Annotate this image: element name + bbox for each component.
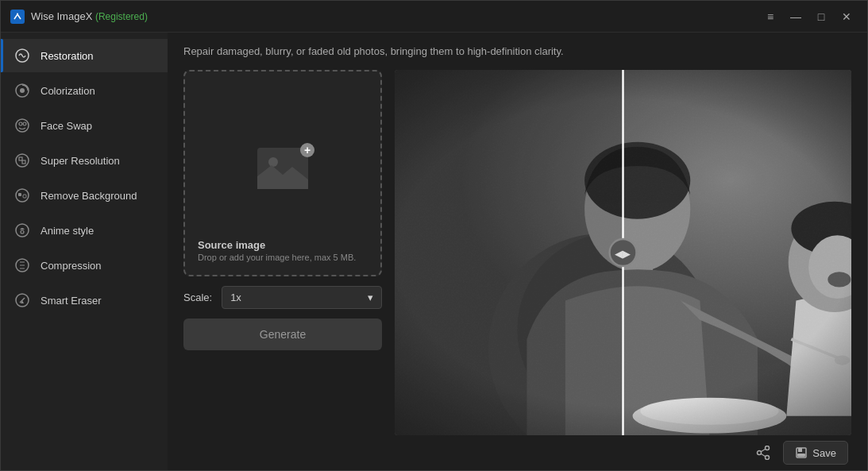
sidebar-label-remove-background: Remove Background <box>41 190 137 202</box>
title-bar-left: Wise ImageX (Registered) <box>10 10 148 24</box>
sidebar-item-super-resolution[interactable]: Super Resolution <box>1 144 168 177</box>
svg-point-42 <box>766 446 770 450</box>
sidebar-item-smart-eraser[interactable]: Smart Eraser <box>1 284 168 317</box>
save-icon <box>795 446 808 459</box>
scale-row: Scale: 1x ▾ <box>183 286 382 309</box>
svg-line-45 <box>762 449 766 452</box>
svg-point-15 <box>21 230 24 234</box>
bottom-toolbar: Save <box>183 435 851 470</box>
sidebar-item-restoration[interactable]: Restoration <box>1 39 168 72</box>
sidebar-label-super-resolution: Super Resolution <box>41 155 120 167</box>
generate-button[interactable]: Generate <box>183 319 382 350</box>
scale-select[interactable]: 1x ▾ <box>222 286 382 309</box>
main-content: Restoration Colorization <box>1 33 867 470</box>
colorization-icon <box>14 82 31 99</box>
sidebar: Restoration Colorization <box>1 33 168 470</box>
title-bar: Wise ImageX (Registered) ≡ — □ ✕ <box>1 1 867 33</box>
svg-point-19 <box>268 157 278 167</box>
title-bar-controls: ≡ — □ ✕ <box>759 7 858 26</box>
sidebar-label-smart-eraser: Smart Eraser <box>41 295 102 307</box>
sidebar-item-remove-background[interactable]: Remove Background <box>1 179 168 212</box>
plus-badge: + <box>300 143 314 157</box>
svg-rect-49 <box>797 454 805 457</box>
anime-style-icon <box>14 222 31 239</box>
sidebar-label-colorization: Colorization <box>41 85 95 97</box>
app-icon <box>10 10 25 24</box>
sidebar-item-colorization[interactable]: Colorization <box>1 74 168 107</box>
save-button[interactable]: Save <box>783 441 848 465</box>
sidebar-label-compression: Compression <box>41 260 102 272</box>
sidebar-label-face-swap: Face Swap <box>41 120 92 132</box>
save-label: Save <box>812 447 836 459</box>
upload-hint: Drop or add your image here, max 5 MB. <box>198 253 356 262</box>
preview-area: ◀▶ <box>395 70 851 435</box>
remove-background-icon <box>14 187 31 204</box>
svg-point-6 <box>19 122 22 125</box>
app-title: Wise ImageX (Registered) <box>31 10 148 22</box>
share-button[interactable] <box>750 439 777 466</box>
upload-panel: + Source image Drop or add your image he… <box>183 70 382 435</box>
svg-point-43 <box>766 456 770 460</box>
sidebar-label-anime-style: Anime style <box>41 225 94 237</box>
svg-line-46 <box>762 454 766 457</box>
scale-label: Scale: <box>183 291 212 303</box>
content-area: + Source image Drop or add your image he… <box>183 70 851 435</box>
compression-icon <box>14 257 31 274</box>
svg-point-1 <box>17 13 18 14</box>
svg-rect-13 <box>23 195 26 198</box>
chevron-down-icon: ▾ <box>368 291 373 303</box>
app-window: Wise ImageX (Registered) ≡ — □ ✕ Resto <box>0 0 868 471</box>
svg-rect-12 <box>18 193 21 196</box>
svg-point-11 <box>16 189 29 202</box>
right-panel: Repair damaged, blurry, or faded old pho… <box>168 33 867 470</box>
sidebar-item-compression[interactable]: Compression <box>1 249 168 282</box>
svg-point-44 <box>758 451 762 455</box>
sidebar-label-restoration: Restoration <box>41 50 93 62</box>
svg-rect-38 <box>395 70 623 435</box>
smart-eraser-icon <box>14 291 31 309</box>
upload-dropzone[interactable]: + Source image Drop or add your image he… <box>183 70 382 276</box>
close-button[interactable]: ✕ <box>835 7 858 26</box>
upload-source-label: Source image <box>198 239 356 251</box>
svg-rect-10 <box>22 160 25 164</box>
upload-icon-wrap: + <box>257 148 308 189</box>
minimize-button[interactable]: — <box>785 7 807 26</box>
face-swap-icon <box>14 117 31 134</box>
svg-rect-48 <box>798 448 802 452</box>
svg-point-5 <box>16 119 29 132</box>
svg-point-4 <box>20 88 25 93</box>
share-icon <box>756 446 770 460</box>
svg-text:◀▶: ◀▶ <box>615 248 631 260</box>
scale-value: 1x <box>230 291 241 303</box>
menu-button[interactable]: ≡ <box>759 7 781 26</box>
sidebar-item-anime-style[interactable]: Anime style <box>1 214 168 247</box>
svg-point-7 <box>23 122 26 125</box>
super-resolution-icon <box>14 152 31 169</box>
maximize-button[interactable]: □ <box>810 7 832 26</box>
sidebar-item-face-swap[interactable]: Face Swap <box>1 109 168 142</box>
page-description: Repair damaged, blurry, or faded old pho… <box>183 45 851 57</box>
preview-image: ◀▶ <box>395 70 851 435</box>
svg-rect-9 <box>19 157 22 160</box>
restoration-icon <box>14 47 31 64</box>
upload-text-area: Source image Drop or add your image here… <box>185 239 368 262</box>
